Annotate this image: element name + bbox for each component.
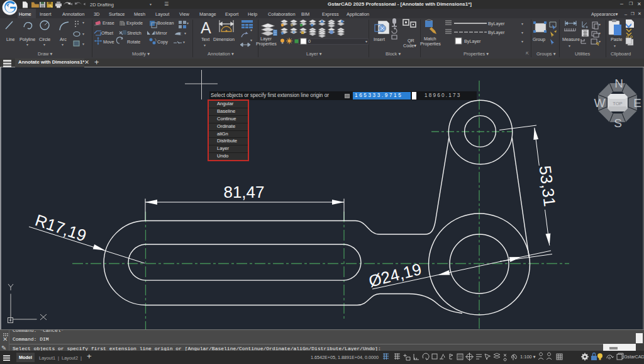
svg-text:TOP: TOP	[613, 101, 622, 106]
svg-text:W: W	[594, 96, 606, 110]
svg-text:81,47: 81,47	[223, 183, 264, 202]
svg-text:53,31: 53,31	[536, 164, 560, 207]
svg-text:1:100 ▾: 1:100 ▾	[520, 354, 536, 360]
svg-text:S: S	[614, 117, 622, 130]
svg-text:N: N	[614, 77, 623, 90]
svg-text:E: E	[633, 96, 641, 110]
svg-text:R17,19: R17,19	[33, 210, 89, 245]
svg-text:Ø24,19: Ø24,19	[367, 259, 423, 291]
svg-text:GstarCAD: GstarCAD	[624, 354, 644, 360]
svg-text:A: A	[201, 19, 211, 37]
